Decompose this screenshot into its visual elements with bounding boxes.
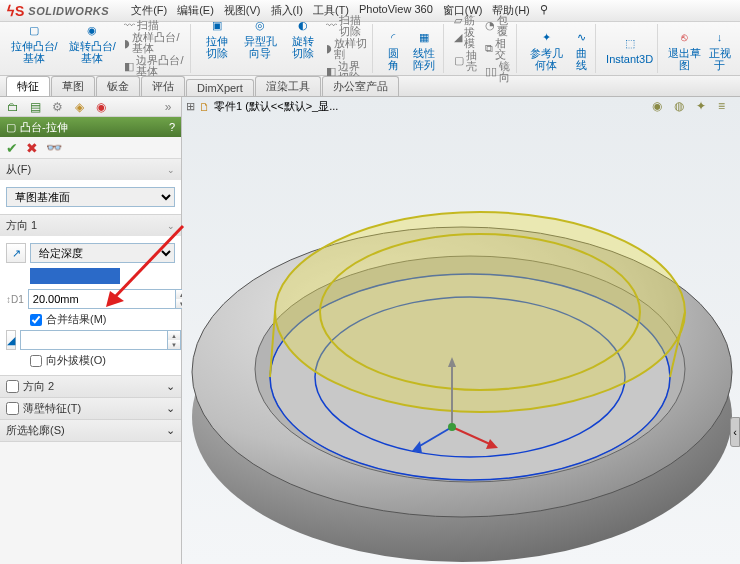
draft-angle-input[interactable]: [20, 330, 167, 350]
decal-icon[interactable]: ✦: [696, 99, 712, 115]
tab-dimxpert[interactable]: DimXpert: [186, 79, 254, 96]
extrude-cut-icon: ▣: [207, 15, 227, 35]
rib-button[interactable]: ▱筋: [454, 15, 479, 26]
document-breadcrumb: ⊞ 🗋 零件1 (默认<<默认>_显...: [186, 99, 338, 114]
svg-point-14: [448, 423, 456, 431]
spacer: [6, 266, 26, 286]
pattern-label: 线性阵列: [409, 47, 438, 71]
sweep-cut-button[interactable]: 〰扫描切除: [326, 15, 369, 37]
instant3d-icon: ⬚: [620, 33, 640, 53]
curves-button[interactable]: ∿ 曲线: [571, 27, 591, 71]
boundary-button[interactable]: ◧边界凸台/基体: [124, 55, 185, 77]
extrude-boss-button[interactable]: ▢ 拉伸凸台/基体: [8, 20, 60, 77]
section-dir1-label: 方向 1: [6, 218, 37, 233]
from-select[interactable]: 草图基准面: [6, 187, 175, 207]
help-icon[interactable]: ?: [169, 121, 175, 133]
draft-icon[interactable]: ◢: [6, 330, 16, 350]
sweep-button[interactable]: 〰扫描: [124, 20, 185, 31]
tab-evaluate[interactable]: 评估: [141, 76, 185, 96]
dir2-checkbox[interactable]: [6, 380, 19, 393]
property-manager: 🗀 ▤ ⚙ ◈ ◉ » ▢ 凸台-拉伸 ? ✔ ✖ 👓 从(F) ⌄: [0, 97, 182, 564]
extrude-cut-button[interactable]: ▣ 拉伸切除: [201, 15, 234, 83]
model-svg: [182, 127, 740, 564]
refgeom-label: 参考几何体: [527, 47, 565, 71]
curves-label: 曲线: [571, 47, 591, 71]
section-direction2[interactable]: 方向 2 ⌄: [0, 376, 181, 398]
exit-sketch-label: 退出草图: [668, 47, 701, 71]
shell-button[interactable]: ▢抽壳: [454, 50, 479, 72]
menu-pin[interactable]: ⚲: [536, 1, 552, 20]
loft-button[interactable]: ◗放样凸台/基体: [124, 32, 185, 54]
graphics-viewport[interactable]: ⊞ 🗋 零件1 (默认<<默认>_显... ◉ ◍ ✦ ≡: [182, 97, 740, 564]
svg-point-6: [275, 212, 685, 412]
revolve-cut-label: 旋转切除: [287, 35, 320, 59]
tab-overflow[interactable]: »: [159, 99, 177, 115]
direction-vector-field[interactable]: [30, 268, 120, 284]
tool-group-boss: ▢ 拉伸凸台/基体 ◉ 旋转凸台/基体 〰扫描 ◗放样凸台/基体 ◧边界凸台/基…: [4, 24, 191, 73]
tab-render[interactable]: 渲染工具: [255, 76, 321, 96]
curves-icon: ∿: [571, 27, 591, 47]
tab-config-mgr[interactable]: ⚙: [48, 99, 66, 115]
mirror-button[interactable]: ▯▯镜向: [485, 61, 512, 83]
expand-icon: ⌄: [166, 402, 175, 415]
instant3d-button[interactable]: ⬚ Instant3D: [606, 33, 653, 65]
end-condition-select[interactable]: 给定深度: [30, 243, 175, 263]
depth-icon: ↕D1: [6, 289, 24, 309]
section-selected-contours[interactable]: 所选轮廓(S) ⌄: [0, 420, 181, 442]
tab-office[interactable]: 办公室产品: [322, 76, 399, 96]
tab-features[interactable]: 特征: [6, 76, 50, 96]
tab-property-mgr[interactable]: ▤: [26, 99, 44, 115]
appearance-icon[interactable]: ◉: [652, 99, 668, 115]
ribbon-toolbar: ▢ 拉伸凸台/基体 ◉ 旋转凸台/基体 〰扫描 ◗放样凸台/基体 ◧边界凸台/基…: [0, 22, 740, 76]
refgeom-button[interactable]: ✦ 参考几何体: [527, 27, 565, 71]
revolve-cut-button[interactable]: ◐ 旋转切除: [287, 15, 320, 83]
revolve-cut-icon: ◐: [293, 15, 313, 35]
task-pane-handle[interactable]: ‹: [730, 417, 740, 447]
section-thin-feature[interactable]: 薄壁特征(T) ⌄: [0, 398, 181, 420]
collapse-icon: ⌄: [167, 221, 175, 231]
direction-icon[interactable]: ↗: [6, 243, 26, 263]
extrude-boss-label: 拉伸凸台/基体: [8, 40, 60, 64]
fillet-label: 圆角: [383, 47, 403, 71]
pm-title-text: 凸台-拉伸: [20, 120, 68, 135]
tab-sheetmetal[interactable]: 钣金: [96, 76, 140, 96]
fillet-button[interactable]: ◜ 圆角: [383, 27, 403, 71]
tab-sketch[interactable]: 草图: [51, 76, 95, 96]
hole-wizard-button[interactable]: ◎ 异型孔向导: [240, 15, 281, 83]
intersect-button[interactable]: ⧉相交: [485, 38, 512, 60]
tab-display-mgr[interactable]: ◉: [92, 99, 110, 115]
document-name[interactable]: 零件1 (默认<<默认>_显...: [214, 99, 338, 114]
normal-to-button[interactable]: ↓ 正视于: [707, 27, 732, 71]
merge-result-checkbox[interactable]: 合并结果(M): [30, 312, 107, 327]
preview-button[interactable]: 👓: [46, 140, 62, 155]
draft-outward-checkbox[interactable]: 向外拔模(O): [30, 353, 106, 368]
wrap-button[interactable]: ◔包覆: [485, 15, 512, 37]
expand-icon: ⌄: [166, 380, 175, 393]
normal-to-label: 正视于: [707, 47, 732, 71]
cancel-button[interactable]: ✖: [26, 140, 38, 156]
tool-group-misc: ▱筋 ◢拔模 ▢抽壳 ◔包覆 ⧉相交 ▯▯镜向: [450, 24, 517, 73]
hole-icon: ◎: [250, 15, 270, 35]
draft-button[interactable]: ◢拔模: [454, 27, 479, 49]
tab-feature-tree[interactable]: 🗀: [4, 99, 22, 115]
pattern-icon: ▦: [414, 27, 434, 47]
loft-cut-button[interactable]: ◗放样切割: [326, 38, 369, 60]
extrude-feature-icon: ▢: [6, 121, 16, 134]
tab-dimxpert-mgr[interactable]: ◈: [70, 99, 88, 115]
more-icon[interactable]: ≡: [718, 99, 734, 115]
exit-sketch-button[interactable]: ⎋ 退出草图: [668, 27, 701, 71]
tree-expand-icon[interactable]: ⊞: [186, 100, 195, 113]
command-tabs: 特征 草图 钣金 评估 DimXpert 渲染工具 办公室产品: [0, 76, 740, 97]
ok-button[interactable]: ✔: [6, 140, 18, 156]
section-from-header[interactable]: 从(F) ⌄: [0, 159, 181, 180]
draft-spinner[interactable]: ▲▼: [167, 330, 181, 350]
pattern-button[interactable]: ▦ 线性阵列: [409, 27, 438, 71]
section-dir1-header[interactable]: 方向 1 ⌄: [0, 215, 181, 236]
scene-icon[interactable]: ◍: [674, 99, 690, 115]
depth-input[interactable]: [28, 289, 175, 309]
model-canvas[interactable]: [182, 127, 740, 564]
revolve-boss-button[interactable]: ◉ 旋转凸台/基体: [66, 20, 118, 77]
pm-title-bar: ▢ 凸台-拉伸 ?: [0, 117, 181, 137]
thin-checkbox[interactable]: [6, 402, 19, 415]
menu-file[interactable]: 文件(F): [127, 1, 171, 20]
